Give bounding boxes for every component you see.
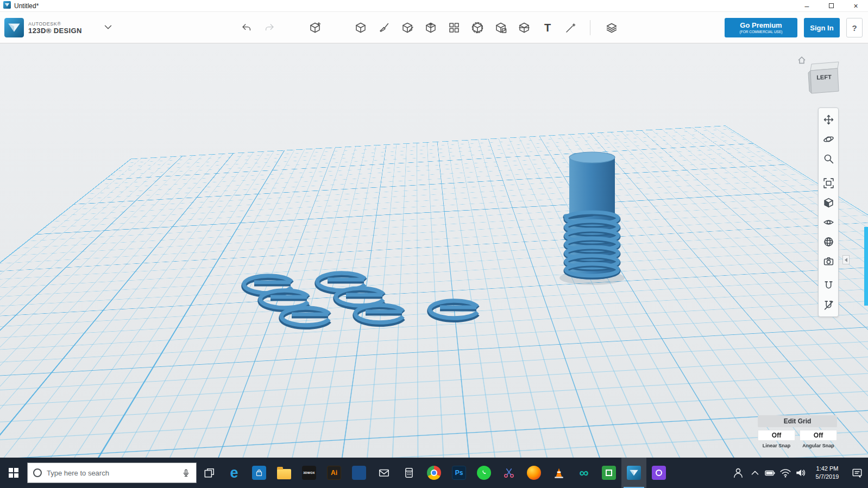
- microphone-icon[interactable]: [181, 468, 191, 478]
- 123d-design-app-button[interactable]: [621, 458, 646, 488]
- mail-app-button[interactable]: [372, 458, 397, 488]
- text-tool-button[interactable]: T: [538, 18, 557, 37]
- task-view-button[interactable]: [197, 458, 222, 488]
- magnifier-icon: [823, 153, 834, 164]
- photos-app-button[interactable]: [347, 458, 372, 488]
- open-ring[interactable]: [355, 305, 403, 324]
- chrome-app-button[interactable]: [422, 458, 446, 488]
- windows-logo-icon: [9, 468, 18, 478]
- view-cube-face-label: LEFT: [810, 73, 838, 81]
- screenshot-button[interactable]: [819, 251, 838, 271]
- app-brand: AUTODESK® 123D® DESIGN: [4, 18, 82, 37]
- threaded-cylinder[interactable]: [565, 152, 618, 280]
- zoom-button[interactable]: [819, 149, 838, 168]
- transform-icon: [309, 22, 321, 34]
- view-cube[interactable]: LEFT: [794, 53, 844, 97]
- speaker-icon: [795, 467, 807, 479]
- snap-row: Off Linear Snap Off Angular Snap: [758, 430, 837, 448]
- firefox-app-button[interactable]: [521, 458, 546, 488]
- combine-tool-button[interactable]: [491, 18, 511, 37]
- eye-icon: [823, 217, 834, 228]
- whatsapp-app-button[interactable]: [471, 458, 496, 488]
- battery-status[interactable]: [763, 458, 778, 488]
- go-premium-button[interactable]: Go Premium (FOR COMMERCIAL USE): [725, 18, 797, 37]
- home-icon[interactable]: [798, 57, 805, 64]
- transform-tool-button[interactable]: [305, 18, 325, 37]
- undo-button[interactable]: [237, 18, 256, 37]
- linear-snap-toggle[interactable]: Off: [758, 430, 795, 441]
- show-hidden-icons-button[interactable]: [747, 458, 763, 488]
- titlebar: Untitled* – ×: [0, 0, 868, 12]
- photoshop-app-button[interactable]: Ps: [446, 458, 471, 488]
- orbit-button[interactable]: [819, 129, 838, 149]
- zoom-to-fit-button[interactable]: [819, 173, 838, 193]
- main-menu-dropdown[interactable]: [102, 21, 115, 34]
- file-explorer-button[interactable]: [272, 458, 297, 488]
- collapse-panel-arrow[interactable]: [842, 255, 850, 264]
- 3dwox-app-button[interactable]: 3DWOX: [297, 458, 322, 488]
- taskbar-search[interactable]: [27, 462, 197, 483]
- construct-tool-button[interactable]: [398, 18, 417, 37]
- magnet-icon: [823, 280, 834, 291]
- snap-off-button[interactable]: [819, 295, 838, 315]
- snap-button[interactable]: [819, 276, 838, 295]
- calculator-app-button[interactable]: [397, 458, 422, 488]
- clock-date: 5/7/2019: [816, 473, 839, 481]
- 3d-viewport[interactable]: LEFT Edit Grid Off Linear Snap: [0, 43, 868, 458]
- 123d-logo-icon: [4, 18, 24, 37]
- taskbar-search-input[interactable]: [47, 469, 177, 477]
- pattern-icon: [448, 22, 460, 34]
- tile-grid-icon: [352, 466, 366, 480]
- taskbar-clock[interactable]: 1:42 PM 5/7/2019: [808, 465, 846, 481]
- construct-icon: [401, 22, 413, 34]
- measure-tool-button[interactable]: [561, 18, 581, 37]
- material-tool-button[interactable]: [602, 18, 621, 37]
- edge-icon: e: [230, 466, 238, 480]
- redo-icon: [263, 22, 275, 34]
- angular-snap-toggle[interactable]: Off: [800, 430, 837, 441]
- split-tool-button[interactable]: [514, 18, 534, 37]
- sign-in-button[interactable]: Sign In: [804, 18, 840, 37]
- battery-icon: [764, 467, 776, 479]
- material-render-button[interactable]: [819, 232, 838, 251]
- restore-button[interactable]: [819, 0, 844, 11]
- close-button[interactable]: ×: [844, 0, 868, 11]
- firefox-icon: [527, 466, 541, 480]
- store-app-button[interactable]: [247, 458, 272, 488]
- open-ring[interactable]: [430, 301, 477, 320]
- view-mode-button[interactable]: [819, 193, 838, 212]
- snip-app-button[interactable]: [496, 458, 521, 488]
- loop-app-button[interactable]: ∞: [571, 458, 596, 488]
- edit-grid-button[interactable]: Edit Grid: [758, 415, 837, 427]
- pattern-tool-button[interactable]: [444, 18, 464, 37]
- volume-status[interactable]: [793, 458, 808, 488]
- pan-button[interactable]: [819, 110, 838, 129]
- action-center-button[interactable]: [846, 458, 868, 488]
- grouping-tool-button[interactable]: [468, 18, 487, 37]
- sketch-tool-button[interactable]: [374, 18, 394, 37]
- infinity-icon: ∞: [579, 466, 588, 479]
- viewport-scrollbar[interactable]: [864, 227, 868, 306]
- green-app-button[interactable]: [596, 458, 621, 488]
- modify-tool-button[interactable]: [421, 18, 441, 37]
- primitives-tool-button[interactable]: [351, 18, 370, 37]
- minimize-button[interactable]: –: [795, 0, 819, 11]
- illustrator-app-button[interactable]: Ai: [322, 458, 347, 488]
- help-button[interactable]: ?: [846, 18, 863, 37]
- people-button[interactable]: [729, 458, 747, 488]
- purple-app-button[interactable]: [646, 458, 671, 488]
- restore-icon: [829, 3, 834, 8]
- whatsapp-icon: [477, 466, 491, 480]
- cortana-icon: [33, 468, 42, 477]
- photoshop-icon: Ps: [452, 466, 466, 480]
- edge-app-button[interactable]: e: [222, 458, 247, 488]
- illustrator-icon: Ai: [327, 466, 341, 480]
- start-button[interactable]: [0, 458, 27, 488]
- people-icon: [732, 467, 744, 479]
- open-ring[interactable]: [281, 308, 329, 327]
- vlc-app-button[interactable]: [546, 458, 571, 488]
- redo-button[interactable]: [260, 18, 279, 37]
- windows-taskbar: e 3DWOX Ai Ps ∞ 1:42 PM 5/7/2019: [0, 458, 868, 488]
- network-status[interactable]: [778, 458, 793, 488]
- visibility-button[interactable]: [819, 212, 838, 232]
